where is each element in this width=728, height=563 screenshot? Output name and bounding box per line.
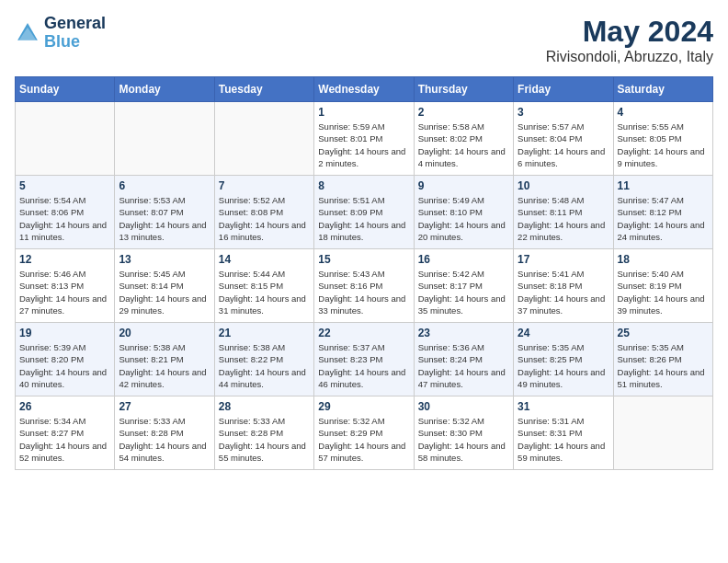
- day-info: Sunrise: 5:46 AMSunset: 8:13 PMDaylight:…: [19, 268, 110, 316]
- calendar-cell: [16, 102, 115, 176]
- calendar-title: May 2024: [546, 15, 713, 49]
- calendar-cell: 16Sunrise: 5:42 AMSunset: 8:17 PMDayligh…: [414, 249, 513, 323]
- day-info: Sunrise: 5:41 AMSunset: 8:18 PMDaylight:…: [518, 268, 609, 316]
- day-info: Sunrise: 5:55 AMSunset: 8:05 PMDaylight:…: [618, 121, 709, 169]
- calendar-cell: 23Sunrise: 5:36 AMSunset: 8:24 PMDayligh…: [414, 323, 513, 396]
- day-number: 29: [318, 400, 409, 413]
- day-number: 2: [418, 106, 509, 119]
- calendar-cell: [613, 396, 712, 470]
- logo: General Blue: [15, 15, 106, 52]
- calendar-cell: 14Sunrise: 5:44 AMSunset: 8:15 PMDayligh…: [214, 249, 313, 323]
- title-section: May 2024 Rivisondoli, Abruzzo, Italy: [546, 15, 713, 65]
- weekday-header: Monday: [115, 77, 214, 102]
- day-info: Sunrise: 5:53 AMSunset: 8:07 PMDaylight:…: [119, 194, 210, 243]
- day-number: 18: [618, 253, 709, 266]
- day-info: Sunrise: 5:42 AMSunset: 8:17 PMDaylight:…: [418, 268, 509, 316]
- day-number: 30: [418, 400, 509, 413]
- calendar-week-row: 26Sunrise: 5:34 AMSunset: 8:27 PMDayligh…: [16, 396, 713, 470]
- logo-icon: [15, 20, 40, 46]
- calendar-week-row: 1Sunrise: 5:59 AMSunset: 8:01 PMDaylight…: [16, 102, 713, 176]
- weekday-header: Saturday: [613, 77, 712, 102]
- weekday-row: SundayMondayTuesdayWednesdayThursdayFrid…: [16, 77, 713, 102]
- day-number: 26: [19, 400, 110, 413]
- day-info: Sunrise: 5:35 AMSunset: 8:25 PMDaylight:…: [518, 341, 609, 390]
- day-info: Sunrise: 5:33 AMSunset: 8:28 PMDaylight:…: [119, 415, 210, 464]
- calendar-cell: 4Sunrise: 5:55 AMSunset: 8:05 PMDaylight…: [613, 102, 712, 176]
- day-info: Sunrise: 5:58 AMSunset: 8:02 PMDaylight:…: [418, 121, 509, 169]
- day-number: 15: [318, 253, 409, 266]
- calendar-cell: 21Sunrise: 5:38 AMSunset: 8:22 PMDayligh…: [214, 323, 313, 396]
- day-number: 24: [518, 327, 609, 339]
- calendar-body: 1Sunrise: 5:59 AMSunset: 8:01 PMDaylight…: [16, 102, 713, 470]
- day-number: 23: [418, 327, 509, 339]
- weekday-header: Sunday: [16, 77, 115, 102]
- calendar-cell: 29Sunrise: 5:32 AMSunset: 8:29 PMDayligh…: [314, 396, 414, 470]
- calendar-cell: 31Sunrise: 5:31 AMSunset: 8:31 PMDayligh…: [514, 396, 613, 470]
- calendar-cell: 6Sunrise: 5:53 AMSunset: 8:07 PMDaylight…: [115, 176, 214, 249]
- logo-text: General Blue: [44, 15, 106, 52]
- day-number: 10: [518, 179, 609, 192]
- day-number: 27: [119, 400, 210, 413]
- calendar-cell: 10Sunrise: 5:48 AMSunset: 8:11 PMDayligh…: [514, 176, 613, 249]
- day-info: Sunrise: 5:37 AMSunset: 8:23 PMDaylight:…: [318, 341, 409, 390]
- day-number: 21: [219, 327, 310, 339]
- calendar-cell: 5Sunrise: 5:54 AMSunset: 8:06 PMDaylight…: [16, 176, 115, 249]
- day-info: Sunrise: 5:52 AMSunset: 8:08 PMDaylight:…: [219, 194, 310, 243]
- calendar-cell: 18Sunrise: 5:40 AMSunset: 8:19 PMDayligh…: [613, 249, 712, 323]
- day-info: Sunrise: 5:32 AMSunset: 8:29 PMDaylight:…: [318, 415, 409, 464]
- calendar-week-row: 12Sunrise: 5:46 AMSunset: 8:13 PMDayligh…: [16, 249, 713, 323]
- calendar-table: SundayMondayTuesdayWednesdayThursdayFrid…: [15, 76, 713, 470]
- day-number: 9: [418, 179, 509, 192]
- day-info: Sunrise: 5:35 AMSunset: 8:26 PMDaylight:…: [618, 341, 709, 390]
- day-info: Sunrise: 5:54 AMSunset: 8:06 PMDaylight:…: [19, 194, 110, 243]
- weekday-header: Tuesday: [214, 77, 313, 102]
- day-number: 7: [219, 179, 310, 192]
- day-number: 22: [318, 327, 409, 339]
- day-number: 14: [219, 253, 310, 266]
- calendar-cell: [214, 102, 313, 176]
- day-info: Sunrise: 5:33 AMSunset: 8:28 PMDaylight:…: [219, 415, 310, 464]
- calendar-cell: 27Sunrise: 5:33 AMSunset: 8:28 PMDayligh…: [115, 396, 214, 470]
- day-info: Sunrise: 5:36 AMSunset: 8:24 PMDaylight:…: [418, 341, 509, 390]
- day-number: 20: [119, 327, 210, 339]
- calendar-cell: 26Sunrise: 5:34 AMSunset: 8:27 PMDayligh…: [16, 396, 115, 470]
- calendar-cell: [115, 102, 214, 176]
- day-number: 6: [119, 179, 210, 192]
- calendar-cell: 8Sunrise: 5:51 AMSunset: 8:09 PMDaylight…: [314, 176, 414, 249]
- calendar-cell: 22Sunrise: 5:37 AMSunset: 8:23 PMDayligh…: [314, 323, 414, 396]
- calendar-cell: 7Sunrise: 5:52 AMSunset: 8:08 PMDaylight…: [214, 176, 313, 249]
- calendar-subtitle: Rivisondoli, Abruzzo, Italy: [546, 49, 713, 65]
- day-number: 1: [318, 106, 409, 119]
- day-info: Sunrise: 5:38 AMSunset: 8:21 PMDaylight:…: [119, 341, 210, 390]
- day-info: Sunrise: 5:59 AMSunset: 8:01 PMDaylight:…: [318, 121, 409, 169]
- day-info: Sunrise: 5:34 AMSunset: 8:27 PMDaylight:…: [19, 415, 110, 464]
- day-info: Sunrise: 5:43 AMSunset: 8:16 PMDaylight:…: [318, 268, 409, 316]
- day-info: Sunrise: 5:57 AMSunset: 8:04 PMDaylight:…: [518, 121, 609, 169]
- day-number: 11: [618, 179, 709, 192]
- calendar-cell: 12Sunrise: 5:46 AMSunset: 8:13 PMDayligh…: [16, 249, 115, 323]
- calendar-cell: 1Sunrise: 5:59 AMSunset: 8:01 PMDaylight…: [314, 102, 414, 176]
- day-info: Sunrise: 5:40 AMSunset: 8:19 PMDaylight:…: [618, 268, 709, 316]
- calendar-cell: 20Sunrise: 5:38 AMSunset: 8:21 PMDayligh…: [115, 323, 214, 396]
- day-info: Sunrise: 5:47 AMSunset: 8:12 PMDaylight:…: [618, 194, 709, 243]
- day-number: 5: [19, 179, 110, 192]
- weekday-header: Wednesday: [314, 77, 414, 102]
- calendar-cell: 17Sunrise: 5:41 AMSunset: 8:18 PMDayligh…: [514, 249, 613, 323]
- page-header: General Blue May 2024 Rivisondoli, Abruz…: [15, 15, 713, 65]
- day-info: Sunrise: 5:38 AMSunset: 8:22 PMDaylight:…: [219, 341, 310, 390]
- calendar-cell: 30Sunrise: 5:32 AMSunset: 8:30 PMDayligh…: [414, 396, 513, 470]
- calendar-week-row: 19Sunrise: 5:39 AMSunset: 8:20 PMDayligh…: [16, 323, 713, 396]
- day-number: 31: [518, 400, 609, 413]
- day-info: Sunrise: 5:48 AMSunset: 8:11 PMDaylight:…: [518, 194, 609, 243]
- calendar-cell: 25Sunrise: 5:35 AMSunset: 8:26 PMDayligh…: [613, 323, 712, 396]
- day-info: Sunrise: 5:44 AMSunset: 8:15 PMDaylight:…: [219, 268, 310, 316]
- day-number: 16: [418, 253, 509, 266]
- calendar-cell: 2Sunrise: 5:58 AMSunset: 8:02 PMDaylight…: [414, 102, 513, 176]
- calendar-cell: 13Sunrise: 5:45 AMSunset: 8:14 PMDayligh…: [115, 249, 214, 323]
- day-number: 4: [618, 106, 709, 119]
- calendar-cell: 28Sunrise: 5:33 AMSunset: 8:28 PMDayligh…: [214, 396, 313, 470]
- day-number: 13: [119, 253, 210, 266]
- calendar-cell: 24Sunrise: 5:35 AMSunset: 8:25 PMDayligh…: [514, 323, 613, 396]
- day-info: Sunrise: 5:51 AMSunset: 8:09 PMDaylight:…: [318, 194, 409, 243]
- day-number: 3: [518, 106, 609, 119]
